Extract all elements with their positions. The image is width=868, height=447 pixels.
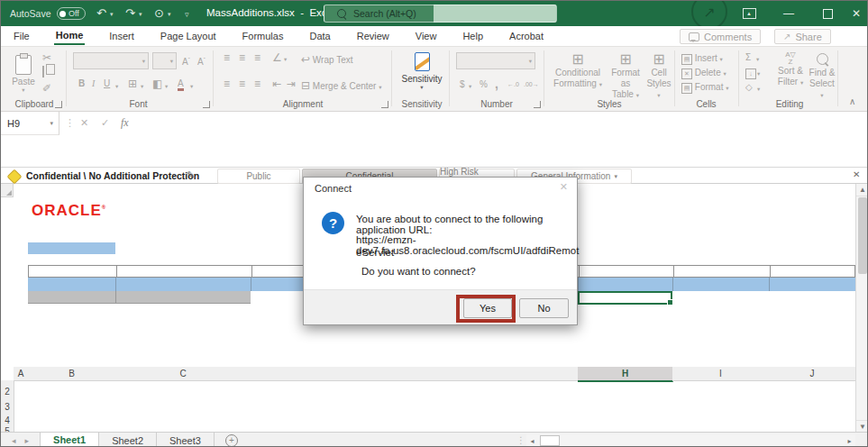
percent-icon[interactable]: %	[480, 80, 488, 89]
undo-icon[interactable]: ↶	[96, 7, 106, 19]
tab-file[interactable]: File	[12, 28, 32, 44]
tab-help[interactable]: Help	[461, 28, 485, 44]
column-header-hidden[interactable]	[251, 367, 579, 381]
font-size-select[interactable]: ▾	[152, 52, 177, 69]
maximize-restore-button[interactable]	[815, 1, 840, 26]
share-button[interactable]: ↗ Share	[774, 29, 831, 44]
scroll-down-icon[interactable]: ▼	[856, 420, 868, 432]
format-painter-icon[interactable]: ✐	[42, 83, 51, 94]
currency-icon[interactable]: $	[460, 80, 465, 89]
sensitivity-bar-close-icon[interactable]: ✕	[853, 169, 860, 179]
increase-indent-icon[interactable]: ⇥	[287, 78, 296, 89]
fill-down-icon[interactable]: ↓	[745, 68, 756, 79]
formula-input[interactable]	[138, 112, 868, 167]
scroll-right-icon[interactable]: ▸	[844, 434, 855, 447]
search-input[interactable]: Search (Alt+Q)	[324, 5, 557, 23]
font-color-icon[interactable]: A	[178, 79, 184, 91]
touch-mode-dropdown-icon[interactable]: ▾	[168, 11, 171, 18]
merge-center-button[interactable]: ⊟ Merge & Center ▾	[301, 80, 381, 91]
cut-icon[interactable]: ✂	[42, 52, 51, 63]
sheet-tab-sheet3[interactable]: Sheet3	[157, 433, 215, 447]
align-center-icon[interactable]: ≡	[239, 78, 245, 89]
row9-band[interactable]	[28, 291, 251, 304]
orientation-dropdown-icon[interactable]: ▾	[284, 56, 287, 63]
number-format-select[interactable]: ▾	[456, 52, 535, 69]
align-top-icon[interactable]: ≡	[224, 52, 230, 63]
wrap-text-button[interactable]: ↩ Wrap Text	[301, 54, 353, 65]
tab-formulas[interactable]: Formulas	[241, 28, 286, 44]
sheet-tab-sheet1[interactable]: Sheet1	[41, 433, 99, 447]
select-all-button[interactable]	[1, 184, 14, 197]
shrink-font-icon[interactable]: Aˇ	[197, 55, 206, 67]
number-dialog-launcher[interactable]	[534, 101, 541, 108]
tab-data[interactable]: Data	[307, 28, 332, 44]
minimize-button[interactable]: —	[776, 1, 801, 26]
tab-review[interactable]: Review	[355, 28, 391, 44]
tab-acrobat[interactable]: Acrobat	[507, 28, 545, 44]
borders-dropdown-icon[interactable]: ▾	[141, 83, 143, 90]
align-middle-icon[interactable]: ≡	[239, 52, 245, 63]
close-button[interactable]: ✕	[844, 1, 868, 26]
name-box-dropdown-icon[interactable]: ▾	[50, 120, 53, 127]
cell-b5-fill[interactable]	[28, 242, 115, 254]
copy-icon[interactable]	[42, 67, 44, 77]
row-header-2[interactable]: 2	[1, 383, 14, 400]
column-header-j[interactable]: J	[769, 367, 856, 381]
vertical-scrollbar[interactable]: ▲ ▼	[855, 184, 868, 432]
clear-dropdown-icon[interactable]: ▾	[757, 86, 760, 93]
row-header-3[interactable]: 3	[1, 399, 14, 415]
tab-insert[interactable]: Insert	[107, 28, 136, 44]
fill-color-dropdown-icon[interactable]: ▾	[165, 83, 168, 90]
scroll-up-icon[interactable]: ▲	[856, 184, 868, 196]
fill-handle[interactable]	[667, 299, 673, 306]
insert-function-icon[interactable]: fx	[121, 116, 129, 130]
decrease-decimal-icon[interactable]: .00→	[524, 81, 539, 87]
bold-button[interactable]: B	[78, 79, 85, 88]
selected-cell-h9[interactable]	[578, 291, 672, 305]
comments-button[interactable]: Comments	[680, 29, 761, 44]
column-header-b[interactable]: B	[28, 367, 116, 381]
column-header-c[interactable]: C	[115, 367, 251, 381]
cancel-entry-icon[interactable]: ✕	[80, 117, 88, 129]
format-cells-button[interactable]: ▤ Format ▾	[681, 82, 729, 94]
cell-styles-button[interactable]: ⊞ CellStyles ▾	[644, 50, 673, 101]
touch-mode-icon[interactable]: ⊙	[154, 7, 164, 19]
paste-button[interactable]: Paste ▾	[10, 52, 37, 94]
column-header-h[interactable]: H	[578, 367, 673, 382]
comma-style-icon[interactable]: ,	[495, 77, 498, 91]
tab-view[interactable]: View	[414, 28, 439, 44]
collapse-ribbon-icon[interactable]: ∧	[849, 96, 855, 106]
clear-icon[interactable]: ◇	[745, 83, 753, 92]
currency-dropdown-icon[interactable]: ▾	[469, 83, 471, 90]
underline-button[interactable]: U	[104, 79, 110, 88]
delete-cells-button[interactable]: ✕ Delete ▾	[681, 68, 726, 79]
autosave-toggle[interactable]: Off	[57, 7, 86, 20]
underline-dropdown-icon[interactable]: ▾	[115, 83, 118, 90]
clipboard-dialog-launcher[interactable]	[55, 101, 62, 108]
alignment-dialog-launcher[interactable]	[381, 101, 388, 108]
decrease-indent-icon[interactable]: ⇤	[272, 78, 281, 89]
fill-dropdown-icon[interactable]: ▾	[757, 70, 760, 78]
yes-button[interactable]: Yes	[463, 298, 512, 318]
edit-classification-icon[interactable]: ✎	[187, 169, 195, 181]
dialog-close-icon[interactable]: ✕	[560, 181, 568, 193]
no-button[interactable]: No	[519, 298, 569, 318]
undo-dropdown-icon[interactable]: ▾	[110, 11, 114, 18]
tab-home[interactable]: Home	[54, 27, 86, 45]
align-right-icon[interactable]: ≡	[254, 78, 260, 89]
sheet-next-icon[interactable]: ▸	[25, 436, 30, 445]
font-dialog-launcher[interactable]	[203, 101, 210, 108]
redo-icon[interactable]: ↷	[125, 7, 135, 19]
borders-icon[interactable]: ⊞	[128, 78, 137, 89]
name-box[interactable]: H9 ▾	[1, 112, 59, 135]
vertical-scroll-thumb[interactable]	[858, 197, 867, 274]
conditional-formatting-button[interactable]: ⊞ ConditionalFormatting ▾	[551, 50, 605, 90]
redo-dropdown-icon[interactable]: ▾	[139, 11, 142, 18]
insert-cells-button[interactable]: ▤ Insert ▾	[681, 53, 723, 65]
confirm-entry-icon[interactable]: ✓	[101, 117, 109, 129]
font-color-dropdown-icon[interactable]: ▾	[190, 83, 193, 90]
quick-access-customize-icon[interactable]: ▿	[185, 10, 189, 19]
increase-decimal-icon[interactable]: ←.0	[507, 81, 519, 87]
orientation-icon[interactable]: ∠	[272, 52, 282, 63]
sheet-prev-icon[interactable]: ◂	[12, 436, 16, 445]
